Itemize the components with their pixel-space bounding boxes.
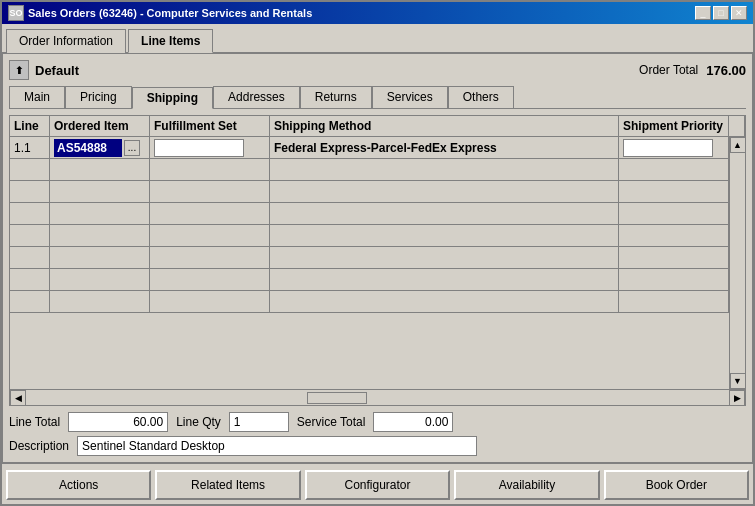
col-header-scrollbar-spacer bbox=[729, 116, 745, 136]
cell-empty bbox=[270, 181, 619, 202]
col-header-fulfillment-set: Fulfillment Set bbox=[150, 116, 270, 136]
cell-empty bbox=[10, 203, 50, 224]
ordered-item-value[interactable]: AS54888 bbox=[54, 139, 122, 157]
sub-tab-bar: Main Pricing Shipping Addresses Returns … bbox=[9, 86, 746, 109]
close-button[interactable]: ✕ bbox=[731, 6, 747, 20]
line-qty-field[interactable] bbox=[229, 412, 289, 432]
configurator-button[interactable]: Configurator bbox=[305, 470, 450, 500]
title-controls: _ □ ✕ bbox=[695, 6, 747, 20]
cell-empty bbox=[150, 291, 270, 312]
window-title: Sales Orders (63246) - Computer Services… bbox=[28, 7, 312, 19]
book-order-button[interactable]: Book Order bbox=[604, 470, 749, 500]
table-row bbox=[10, 269, 729, 291]
cell-empty bbox=[50, 247, 150, 268]
line-total-field[interactable] bbox=[68, 412, 168, 432]
cell-empty bbox=[270, 247, 619, 268]
scroll-down-button[interactable]: ▼ bbox=[730, 373, 746, 389]
table-row bbox=[10, 159, 729, 181]
description-field[interactable] bbox=[77, 436, 477, 456]
main-tab-bar: Order Information Line Items bbox=[2, 24, 753, 52]
cell-empty bbox=[50, 159, 150, 180]
col-header-shipment-priority: Shipment Priority bbox=[619, 116, 729, 136]
tab-order-information[interactable]: Order Information bbox=[6, 29, 126, 53]
scroll-left-button[interactable]: ◀ bbox=[10, 390, 26, 406]
shipment-priority-input[interactable] bbox=[623, 139, 713, 157]
cell-empty bbox=[10, 181, 50, 202]
table-body: 1.1 AS54888 ... Federal Express-P bbox=[10, 137, 745, 389]
cell-empty bbox=[619, 181, 729, 202]
cell-empty bbox=[270, 159, 619, 180]
line-items-table: Line Ordered Item Fulfillment Set Shippi… bbox=[9, 115, 746, 406]
cell-empty bbox=[50, 225, 150, 246]
cell-empty bbox=[619, 269, 729, 290]
scroll-up-button[interactable]: ▲ bbox=[730, 137, 746, 153]
maximize-button[interactable]: □ bbox=[713, 6, 729, 20]
availability-button[interactable]: Availability bbox=[454, 470, 599, 500]
line-qty-label: Line Qty bbox=[176, 415, 221, 429]
table-header-row: Line Ordered Item Fulfillment Set Shippi… bbox=[10, 116, 745, 137]
related-items-button[interactable]: Related Items bbox=[155, 470, 300, 500]
tab-line-items[interactable]: Line Items bbox=[128, 29, 213, 53]
table-row bbox=[10, 181, 729, 203]
actions-button[interactable]: Actions bbox=[6, 470, 151, 500]
default-label: Default bbox=[35, 63, 79, 78]
order-total-label: Order Total bbox=[639, 63, 698, 77]
title-bar: SO Sales Orders (63246) - Computer Servi… bbox=[2, 2, 753, 24]
default-icon: ⬆ bbox=[9, 60, 29, 80]
table-row bbox=[10, 225, 729, 247]
vertical-scrollbar: ▲ ▼ bbox=[729, 137, 745, 389]
footer-fields-row1: Line Total Line Qty Service Total bbox=[9, 412, 746, 432]
service-total-label: Service Total bbox=[297, 415, 365, 429]
cell-empty bbox=[50, 203, 150, 224]
description-label: Description bbox=[9, 439, 69, 453]
sub-tab-main[interactable]: Main bbox=[9, 86, 65, 108]
scroll-right-button[interactable]: ▶ bbox=[729, 390, 745, 406]
cell-line: 1.1 bbox=[10, 137, 50, 158]
sub-tab-services[interactable]: Services bbox=[372, 86, 448, 108]
cell-fulfillment-set[interactable] bbox=[150, 137, 270, 158]
cell-empty bbox=[270, 225, 619, 246]
hscroll-thumb[interactable] bbox=[307, 392, 367, 404]
minimize-button[interactable]: _ bbox=[695, 6, 711, 20]
main-window: SO Sales Orders (63246) - Computer Servi… bbox=[0, 0, 755, 506]
window-icon: SO bbox=[8, 5, 24, 21]
cell-empty bbox=[150, 247, 270, 268]
table-row bbox=[10, 291, 729, 313]
sub-tab-addresses[interactable]: Addresses bbox=[213, 86, 300, 108]
col-header-ordered-item: Ordered Item bbox=[50, 116, 150, 136]
cell-empty bbox=[50, 181, 150, 202]
line-total-label: Line Total bbox=[9, 415, 60, 429]
order-header: ⬆ Default Order Total 176.00 bbox=[9, 60, 746, 80]
sub-tab-returns[interactable]: Returns bbox=[300, 86, 372, 108]
cell-empty bbox=[10, 291, 50, 312]
cell-empty bbox=[50, 269, 150, 290]
table-row bbox=[10, 247, 729, 269]
cell-empty bbox=[270, 203, 619, 224]
order-total-section: Order Total 176.00 bbox=[639, 63, 746, 78]
cell-empty bbox=[270, 269, 619, 290]
cell-ordered-item[interactable]: AS54888 ... bbox=[50, 137, 150, 158]
cell-empty bbox=[619, 159, 729, 180]
cell-empty bbox=[10, 225, 50, 246]
table-row[interactable]: 1.1 AS54888 ... Federal Express-P bbox=[10, 137, 729, 159]
order-total-value: 176.00 bbox=[706, 63, 746, 78]
scroll-track[interactable] bbox=[730, 153, 745, 373]
cell-empty bbox=[619, 247, 729, 268]
cell-empty bbox=[150, 269, 270, 290]
sub-tab-shipping[interactable]: Shipping bbox=[132, 87, 213, 109]
cell-empty bbox=[619, 225, 729, 246]
fulfillment-set-input[interactable] bbox=[154, 139, 244, 157]
service-total-field[interactable] bbox=[373, 412, 453, 432]
cell-empty bbox=[150, 181, 270, 202]
action-bar: Actions Related Items Configurator Avail… bbox=[2, 463, 753, 504]
sub-tab-others[interactable]: Others bbox=[448, 86, 514, 108]
cell-shipment-priority[interactable] bbox=[619, 137, 729, 158]
hscroll-track[interactable] bbox=[26, 390, 729, 405]
cell-empty bbox=[150, 203, 270, 224]
sub-tab-pricing[interactable]: Pricing bbox=[65, 86, 132, 108]
main-content-area: ⬆ Default Order Total 176.00 Main Pricin… bbox=[2, 52, 753, 463]
col-header-shipping-method: Shipping Method bbox=[270, 116, 619, 136]
cell-empty bbox=[270, 291, 619, 312]
cell-empty bbox=[50, 291, 150, 312]
browse-button[interactable]: ... bbox=[124, 140, 140, 156]
